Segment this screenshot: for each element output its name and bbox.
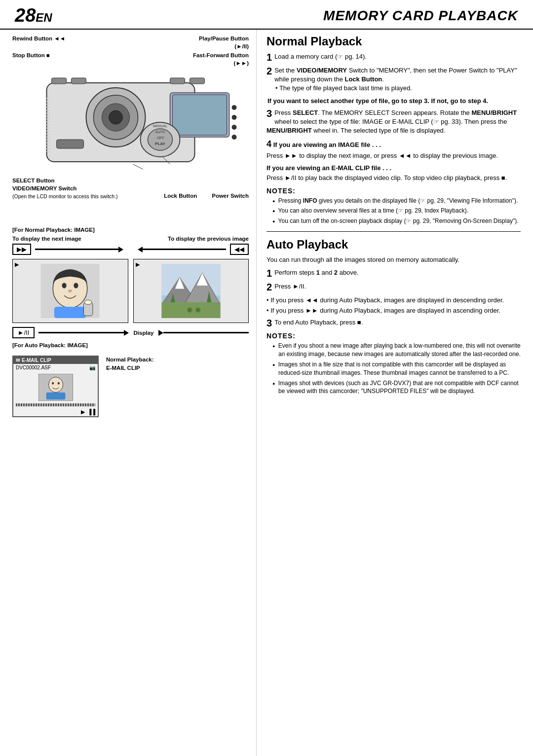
auto-step-3-num: 3 (266, 318, 272, 328)
step-3: 3 Press SELECT. The MEMORY SELECT Screen… (266, 108, 521, 136)
auto-step-1: 1 Perform steps 1 and 2 above. (266, 268, 521, 278)
step-2-num: 2 (266, 66, 272, 76)
svg-text:PLAY: PLAY (155, 142, 165, 146)
svg-text:MANUAL: MANUAL (153, 124, 167, 128)
note-item-2: You can also overview several files at a… (272, 207, 521, 215)
page-number: 28EN (15, 5, 52, 26)
rewind-button-label: Rewind Button ◄◄ (12, 35, 65, 50)
auto-step-3: 3 To end Auto Playback, press ■. (266, 318, 521, 328)
camera-illustration: MANUAL AUTO -OFF PLAY (12, 68, 249, 177)
auto-note-item-3: Images shot with devices (such as JVC GR… (272, 379, 521, 396)
fast-forward-label: Fast-Forward Button (►►) (193, 51, 249, 67)
left-column: Rewind Button ◄◄ Play/Pause Button (►/II… (0, 30, 257, 756)
svg-point-20 (232, 125, 237, 130)
svg-point-46 (52, 382, 54, 385)
page-header: 28EN MEMORY CARD PLAYBACK (0, 0, 533, 30)
image-cartoon (40, 264, 100, 318)
svg-point-29 (74, 283, 78, 288)
email-clip-box: ✉ E-MAIL CLIP DVC00002.ASF 📷 (12, 356, 99, 417)
main-content: Rewind Button ◄◄ Play/Pause Button (►/II… (0, 30, 533, 756)
play-pause-button-diagram[interactable]: ►/II (12, 327, 35, 338)
step-3-text: Press SELECT. The MEMORY SELECT Screen a… (266, 109, 517, 134)
step-3-num: 3 (266, 108, 272, 118)
image-mountain: ❋ ❋ (161, 264, 221, 318)
email-clip-label: E-MAIL CLIP (106, 364, 154, 372)
svg-rect-11 (57, 140, 84, 148)
svg-rect-48 (46, 393, 65, 400)
prev-image-caption: To display the previous image (168, 236, 249, 242)
svg-line-24 (133, 164, 143, 169)
notes-list: Pressing INFO gives you details on the d… (266, 197, 521, 225)
email-clip-controls: ▶ ▐▐ (13, 408, 98, 416)
for-auto-label: [For Auto Playback: IMAGE] (12, 342, 249, 348)
step-2-note: If you want to select another type of fi… (267, 97, 521, 105)
page-title: MEMORY CARD PLAYBACK (323, 8, 518, 24)
svg-point-45 (48, 377, 63, 393)
auto-bullet-1: • If you press ◄◄ during Auto Playback, … (266, 296, 521, 305)
svg-text:AUTO: AUTO (155, 130, 165, 134)
svg-rect-7 (52, 78, 67, 84)
auto-note-item-2: Images shot in a file size that is not c… (272, 360, 521, 377)
step-2-text: Set the VIDEO/MEMORY Switch to "MEMORY",… (274, 67, 517, 83)
auto-step-2-text: Press ►/II. (274, 283, 306, 290)
auto-notes-header: NOTES: (266, 332, 521, 340)
svg-point-28 (62, 283, 67, 288)
svg-point-4 (109, 110, 123, 124)
step-2: 2 Set the VIDEO/MEMORY Switch to "MEMORY… (266, 66, 521, 93)
for-normal-label: [For Normal Playback: IMAGE] (12, 227, 249, 233)
page: 28EN MEMORY CARD PLAYBACK Rewind Button … (0, 0, 533, 756)
svg-point-47 (57, 382, 59, 385)
normal-playback-diagram: [For Normal Playback: IMAGE] To display … (12, 227, 249, 417)
play-pause-label: Play/Pause Button (►/II) (199, 35, 249, 50)
playback-image-right: ▶ (133, 259, 249, 323)
select-button-label: SELECT Button VIDEO/MEMORY Switch (Open … (12, 177, 164, 200)
next-image-caption: To display the next image (12, 236, 81, 242)
note-item-3: You can turn off the on-screen playback … (272, 217, 521, 225)
step-1-text: Load a memory card (☞ pg. 14). (274, 53, 367, 60)
clip-thumb-image (39, 374, 73, 401)
auto-intro: You can run through all the images store… (266, 255, 521, 264)
step-4-heading: 4 If you are viewing an IMAGE file . . . (266, 139, 521, 149)
notes-header: NOTES: (266, 187, 521, 195)
svg-point-21 (232, 135, 237, 140)
auto-step-2-num: 2 (266, 282, 272, 292)
svg-point-18 (232, 105, 237, 110)
ff-button[interactable]: ▶▶ (12, 244, 31, 255)
svg-text:❋ ❋: ❋ ❋ (187, 306, 201, 314)
playback-image-boxes: ▶ (12, 259, 249, 323)
playback-captions: To display the next image To display the… (12, 236, 249, 242)
playback-image-left: ▶ (12, 259, 128, 323)
ff-arrow-row: ▶▶ ◀◀ (12, 244, 249, 255)
email-clip-labels: Normal Playback: E-MAIL CLIP (106, 356, 154, 373)
right-column: Normal Playback 1 Load a memory card (☞ … (257, 30, 533, 756)
svg-text:-OFF: -OFF (156, 136, 164, 140)
camera-diagram: Rewind Button ◄◄ Play/Pause Button (►/II… (12, 35, 249, 222)
auto-step-2: 2 Press ►/II. (266, 282, 521, 292)
step-1-num: 1 (266, 52, 272, 62)
image-icon-left: ▶ (15, 261, 19, 268)
email-clip-thumbnail (38, 374, 73, 401)
lock-power-labels: Lock Button Power Switch (164, 177, 249, 200)
auto-bullets: • If you press ◄◄ during Auto Playback, … (266, 296, 521, 315)
auto-playback-title: Auto Playback (266, 238, 521, 252)
normal-playback-title: Normal Playback (266, 35, 521, 48)
note-item-1: Pressing INFO gives you details on the d… (272, 197, 521, 205)
auto-notes-list: Even if you shoot a new image after play… (266, 342, 521, 396)
svg-point-33 (85, 300, 92, 304)
image-icon-right: ▶ (136, 261, 140, 268)
email-clip-section: ✉ E-MAIL CLIP DVC00002.ASF 📷 (12, 356, 249, 417)
auto-step-1-num: 1 (266, 268, 272, 278)
svg-rect-6 (173, 95, 227, 135)
camera-svg: MANUAL AUTO -OFF PLAY (12, 68, 249, 177)
display-arrow-row: ►/II Display (12, 327, 249, 338)
svg-rect-10 (190, 78, 205, 84)
email-clip-header: ✉ E-MAIL CLIP (13, 357, 98, 364)
auto-step-3-text: To end Auto Playback, press ■. (274, 319, 363, 326)
svg-rect-31 (54, 307, 86, 318)
rew-button[interactable]: ◀◀ (230, 244, 249, 255)
display-label: Display (134, 330, 154, 336)
svg-point-19 (232, 115, 237, 120)
auto-bullet-2: • If you press ►► during Auto Playback, … (266, 306, 521, 315)
auto-note-item-1: Even if you shoot a new image after play… (272, 342, 521, 359)
svg-point-30 (69, 289, 72, 292)
